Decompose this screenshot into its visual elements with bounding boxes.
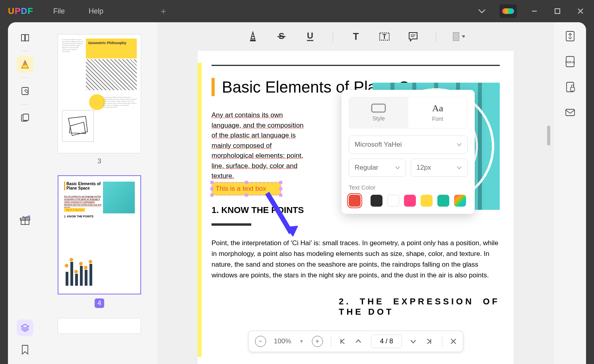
font-tab[interactable]: Aa Font xyxy=(408,97,468,128)
popup-tabs: Style Aa Font xyxy=(349,97,468,128)
window-controls xyxy=(476,4,586,18)
thumbnail-panel: Lorem ipsum dolor sit amet consectetur a… xyxy=(42,22,157,364)
thumbnail-page-4[interactable]: Basic Elements of Plane Space Any art co… xyxy=(58,175,141,294)
svg-text:T: T xyxy=(382,33,386,40)
font-family-select[interactable]: Microsoft YaHei xyxy=(349,136,468,154)
left-toolbar xyxy=(8,22,42,364)
textbox-content: This is a text box xyxy=(215,185,266,193)
zoom-dropdown[interactable]: ▼ xyxy=(299,339,304,344)
app-logo: UPDF xyxy=(8,6,33,16)
note-icon[interactable] xyxy=(407,31,419,43)
share-button[interactable] xyxy=(563,106,577,119)
color-black[interactable] xyxy=(371,195,382,207)
new-tab-button[interactable]: ＋ xyxy=(159,5,168,17)
scrollbar[interactable] xyxy=(547,126,550,145)
thumb-num-4: 4 xyxy=(95,298,104,308)
maximize-button[interactable] xyxy=(552,6,563,17)
svg-rect-23 xyxy=(571,87,575,91)
text-color-label: Text Color xyxy=(349,184,468,191)
titlebar: UPDF File Help ＋ xyxy=(0,0,594,22)
content-area: S U T T Basic xyxy=(157,22,554,364)
thumbnail-page-3[interactable]: Lorem ipsum dolor sit amet consectetur a… xyxy=(58,34,141,153)
zoom-level: 100% xyxy=(274,337,291,345)
page-input[interactable]: 4 / 8 xyxy=(371,335,402,348)
menu-file[interactable]: File xyxy=(53,7,65,15)
color-pink[interactable] xyxy=(404,195,416,207)
doc-intro: Any art contains its own language, and t… xyxy=(212,110,311,181)
svg-text:PDF/A: PDF/A xyxy=(565,60,575,64)
color-white[interactable] xyxy=(387,195,399,207)
ai-badge[interactable] xyxy=(499,4,517,18)
close-button[interactable] xyxy=(575,6,586,17)
first-page-button[interactable] xyxy=(339,338,347,345)
last-page-button[interactable] xyxy=(426,338,434,345)
color-row xyxy=(349,195,468,207)
divider xyxy=(333,31,333,42)
edit-tool[interactable] xyxy=(17,83,33,99)
svg-text:T: T xyxy=(353,32,359,41)
next-page-button[interactable] xyxy=(410,339,418,344)
minimize-button[interactable] xyxy=(529,6,540,17)
divider xyxy=(436,31,436,42)
layers-button[interactable] xyxy=(17,319,33,336)
font-weight-select[interactable]: Regular xyxy=(349,159,406,177)
menu-help[interactable]: Help xyxy=(89,7,103,15)
highlighter-icon[interactable] xyxy=(247,31,259,43)
svg-text:U: U xyxy=(307,31,313,41)
pdfa-button[interactable]: PDF/A xyxy=(563,55,577,68)
reader-tool[interactable] xyxy=(17,29,33,46)
zoom-out-button[interactable]: − xyxy=(255,336,266,347)
strikethrough-icon[interactable]: S xyxy=(276,31,287,43)
gift-button[interactable] xyxy=(17,212,33,229)
prev-page-button[interactable] xyxy=(355,339,363,344)
color-picker[interactable] xyxy=(454,195,466,207)
thumb3-title: Geometric Philosophy xyxy=(86,39,137,58)
svg-rect-24 xyxy=(566,109,575,116)
zoom-in-button[interactable]: + xyxy=(312,336,323,347)
bookmark-button[interactable] xyxy=(17,341,33,358)
yellow-margin xyxy=(198,63,202,357)
style-tab[interactable]: Style xyxy=(349,97,408,128)
color-yellow[interactable] xyxy=(421,195,433,207)
font-properties-popup: Style Aa Font Microsoft YaHei Regular 12… xyxy=(342,90,475,214)
convert-button[interactable] xyxy=(563,29,577,43)
close-nav-button[interactable] xyxy=(450,338,456,345)
page-navigation: − 100% ▼ + 4 / 8 xyxy=(248,331,463,352)
svg-rect-18 xyxy=(372,104,385,112)
workspace: Lorem ipsum dolor sit amet consectetur a… xyxy=(8,22,586,364)
text-icon[interactable]: T xyxy=(350,31,362,43)
annotation-toolbar: S U T T xyxy=(157,22,554,51)
doc-heading-2: 2. THE EXPRESSION OF THE DOT xyxy=(212,296,500,317)
textbox-selection[interactable]: This is a text box xyxy=(212,182,281,196)
right-toolbar: PDF/A xyxy=(554,22,586,364)
organize-tool[interactable] xyxy=(17,109,33,126)
comment-tool[interactable] xyxy=(17,56,33,73)
svg-rect-8 xyxy=(250,40,256,41)
thumb-num-3: 3 xyxy=(50,157,149,165)
svg-rect-1 xyxy=(555,9,560,14)
shape-dropdown[interactable] xyxy=(453,31,465,43)
doc-paragraph: Point, the interpretation of 'Ci Hai' is… xyxy=(212,238,500,281)
svg-rect-4 xyxy=(23,114,29,120)
color-teal[interactable] xyxy=(437,195,449,207)
thumbnail-page-5[interactable] xyxy=(58,318,141,334)
underline-icon[interactable]: U xyxy=(304,31,316,43)
font-size-select[interactable]: 12px xyxy=(411,159,468,177)
svg-point-7 xyxy=(28,215,30,218)
dropdown-icon[interactable] xyxy=(476,6,487,17)
textbox-icon[interactable]: T xyxy=(379,31,390,43)
protect-button[interactable] xyxy=(563,80,577,94)
color-red[interactable] xyxy=(349,195,361,207)
